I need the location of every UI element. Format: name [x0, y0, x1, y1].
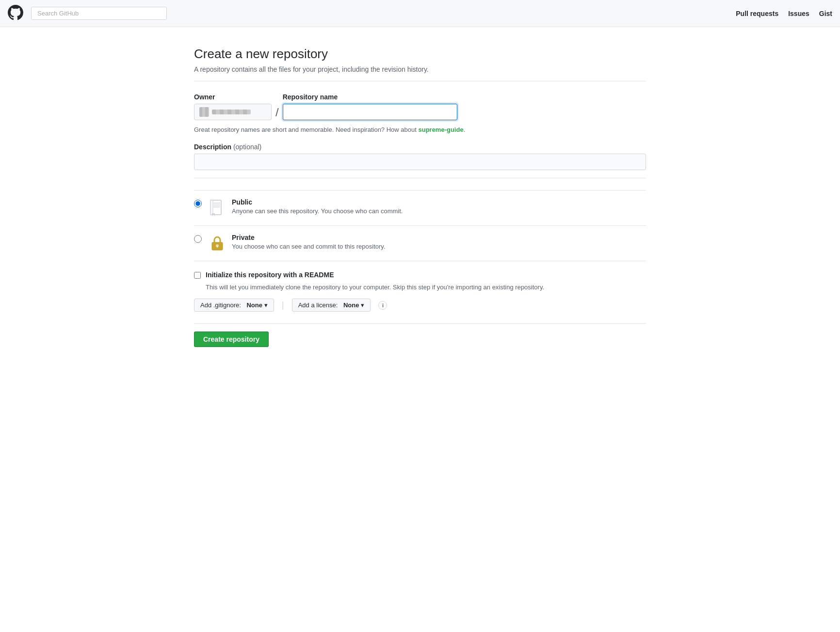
suggestion-text: Great repository names are short and mem… [194, 126, 646, 133]
gitignore-license-row: Add .gitignore: None ▾ | Add a license: … [194, 299, 646, 312]
private-desc: You choose who can see and commit to thi… [232, 243, 386, 250]
initialize-checkbox[interactable] [194, 272, 201, 279]
private-text: Private You choose who can see and commi… [232, 234, 386, 250]
repo-icon [208, 198, 227, 218]
page-subtitle: A repository contains all the files for … [194, 65, 646, 73]
public-option[interactable]: Public Anyone can see this repository. Y… [194, 190, 646, 225]
separator: | [282, 300, 284, 310]
public-title: Public [232, 198, 403, 206]
suggestion-link[interactable]: supreme-guide [418, 126, 463, 133]
owner-field-group: Owner [194, 93, 272, 120]
initialize-desc: This will let you immediately clone the … [206, 284, 646, 291]
owner-repo-row: Owner / Repository name [194, 93, 646, 120]
private-option[interactable]: Private You choose who can see and commi… [194, 225, 646, 261]
section-divider-1 [194, 178, 646, 178]
svg-rect-7 [217, 246, 218, 248]
initialize-title: Initialize this repository with a README [206, 271, 334, 279]
create-repository-button[interactable]: Create repository [194, 332, 269, 347]
page-title: Create a new repository [194, 47, 646, 62]
main-content: Create a new repository A repository con… [182, 47, 658, 347]
description-input[interactable] [194, 154, 646, 170]
owner-label: Owner [194, 93, 272, 101]
repo-name-label: Repository name [283, 93, 457, 101]
public-text: Public Anyone can see this repository. Y… [232, 198, 403, 215]
description-field-group: Description (optional) [194, 143, 646, 170]
owner-name [212, 110, 251, 114]
visibility-section: Public Anyone can see this repository. Y… [194, 190, 646, 261]
repo-name-input[interactable] [283, 104, 457, 120]
owner-avatar [199, 107, 209, 117]
repo-name-field-group: Repository name [283, 93, 457, 120]
license-dropdown-icon: ▾ [361, 301, 364, 309]
search-input[interactable] [31, 7, 167, 20]
gitignore-dropdown-icon: ▾ [264, 301, 268, 309]
header-nav: Pull requests Issues Gist [736, 10, 832, 17]
private-title: Private [232, 234, 386, 241]
description-label: Description (optional) [194, 143, 646, 151]
lock-icon [208, 234, 227, 253]
private-radio[interactable] [194, 235, 202, 243]
owner-dropdown[interactable] [194, 104, 272, 120]
form-section: Owner / Repository name Great repository… [194, 93, 646, 347]
initialize-section: Initialize this repository with a README… [194, 271, 646, 312]
info-icon[interactable]: i [378, 301, 387, 310]
svg-rect-1 [210, 200, 213, 215]
slash-divider: / [275, 106, 279, 120]
public-radio[interactable] [194, 200, 202, 207]
title-divider [194, 81, 646, 81]
search-bar[interactable] [31, 7, 167, 20]
nav-gist[interactable]: Gist [819, 10, 832, 17]
gitignore-select[interactable]: Add .gitignore: None ▾ [194, 299, 274, 312]
license-select[interactable]: Add a license: None ▾ [292, 299, 371, 312]
initialize-row: Initialize this repository with a README [194, 271, 646, 281]
nav-issues[interactable]: Issues [788, 10, 809, 17]
header: Pull requests Issues Gist [0, 0, 840, 27]
public-desc: Anyone can see this repository. You choo… [232, 207, 403, 215]
description-optional: (optional) [233, 143, 261, 151]
nav-pull-requests[interactable]: Pull requests [736, 10, 778, 17]
create-section: Create repository [194, 323, 646, 347]
github-logo[interactable] [8, 5, 23, 22]
